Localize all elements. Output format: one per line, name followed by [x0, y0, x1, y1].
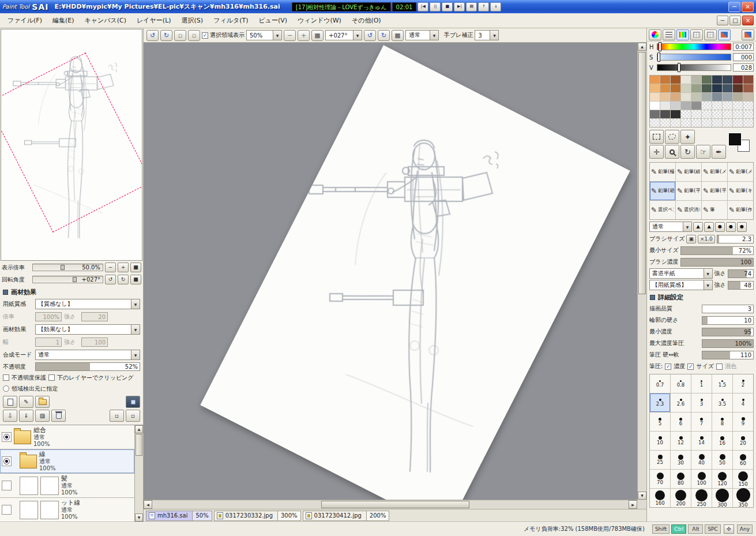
scroll-up-button[interactable]: ▲ [135, 425, 143, 433]
brush-size-300[interactable]: 300 [712, 489, 732, 507]
brush-size-25[interactable]: 25 [650, 451, 670, 469]
swatch-26[interactable] [712, 93, 722, 101]
modifier-alt[interactable]: Alt [688, 524, 703, 534]
swatch-55[interactable] [702, 119, 712, 127]
preserve-opacity-checkbox[interactable] [3, 374, 9, 381]
mdi-minimize-button[interactable]: − [717, 16, 728, 25]
player-playlist-button[interactable]: ▤ [466, 2, 477, 12]
new-layer-button[interactable] [3, 396, 17, 408]
swatch-56[interactable] [712, 119, 722, 127]
magic-wand-tool[interactable]: ✦ [680, 130, 695, 144]
swatch-30[interactable] [650, 102, 660, 110]
brush-blend-select[interactable]: 通常 ▼ [649, 222, 692, 232]
brush-tip-shape-2[interactable]: ● [715, 222, 725, 232]
swatch-8[interactable] [733, 76, 743, 84]
rotate-view-tool[interactable]: ↻ [680, 145, 695, 159]
brush-size-40[interactable]: 40 [691, 451, 712, 469]
pressure-hardness-slider[interactable]: 110 [702, 351, 754, 359]
brush-size-6[interactable]: 6 [671, 413, 691, 431]
menu-item-6[interactable]: ビュー(V) [253, 14, 292, 28]
advanced-settings-header[interactable]: 詳細設定 [647, 291, 756, 303]
navigator-zoom-slider[interactable]: 50.0% [32, 264, 103, 271]
swatch-51[interactable] [660, 119, 670, 127]
swatch-34[interactable] [691, 102, 701, 110]
gear-icon[interactable]: ✣ [724, 524, 734, 534]
swatch-35[interactable] [702, 102, 712, 110]
chevron-down-icon[interactable]: ▼ [131, 299, 140, 309]
custom-palette-tab[interactable] [704, 29, 717, 40]
canvas-viewport[interactable]: ▲ ▼ ◀ ▶ [144, 43, 646, 509]
swatch-24[interactable] [691, 93, 701, 101]
swatch-57[interactable] [723, 119, 732, 127]
swatch-38[interactable] [733, 102, 743, 110]
custom-tool-11[interactable]: ✎鉛筆(作 [728, 201, 753, 219]
player-pause-button[interactable]: || [430, 2, 441, 12]
custom-tool-9[interactable]: ✎選択消し [676, 201, 701, 219]
brush-size-7[interactable]: 7 [691, 413, 712, 431]
custom-tool-7[interactable]: ✎鉛筆(キ [728, 182, 753, 200]
brush-size-20[interactable]: 20 [733, 432, 753, 450]
mdi-restore-button[interactable]: □ [729, 16, 741, 25]
brush-size-mult-button[interactable]: ×1.0 [698, 235, 715, 243]
brush-size-3[interactable]: 3 [691, 393, 712, 412]
redo-button[interactable]: ↻ [160, 30, 172, 41]
value-marker[interactable] [678, 63, 680, 72]
menu-item-5[interactable]: フィルタ(T) [208, 14, 253, 28]
chevron-down-icon[interactable]: ▼ [131, 325, 140, 334]
layer-row-1[interactable]: 線通常100% [0, 449, 134, 474]
chevron-down-icon[interactable]: ▼ [683, 222, 691, 231]
angle-select[interactable]: +027° ▼ [325, 30, 362, 40]
brush-tip-shape-0[interactable]: ▲ [693, 222, 703, 232]
new-folder-button[interactable] [35, 396, 50, 408]
paint-blend-select[interactable]: 通常 ▼ [405, 30, 439, 40]
swatch-20[interactable] [650, 93, 660, 101]
brush-size-120[interactable]: 120 [712, 470, 732, 488]
brush-size-14[interactable]: 14 [691, 432, 712, 450]
nav-rotate-reset-button[interactable]: ■ [130, 275, 141, 284]
hue-marker[interactable] [659, 43, 661, 51]
layer-row-0[interactable]: 総合通常100% [0, 425, 134, 449]
pressure-density-checkbox[interactable]: ✓ [665, 363, 671, 370]
collapse-icon[interactable] [3, 290, 8, 295]
swatch-44[interactable] [691, 110, 701, 118]
custom-tool-6[interactable]: ✎鉛筆(平 [702, 182, 727, 200]
zoom-in-button[interactable]: + [298, 30, 310, 41]
show-selection-checkbox[interactable]: ✓ [202, 32, 208, 39]
layer-aux-button-2[interactable]: ▫ [126, 410, 140, 422]
brush-size-350[interactable]: 350 [733, 489, 753, 507]
scratchpad-tab[interactable] [742, 29, 754, 40]
swatch-29[interactable] [743, 93, 753, 101]
modifier-shift[interactable]: Shift [652, 524, 670, 534]
scroll-down-button[interactable]: ▼ [135, 513, 143, 522]
paper-texture-strength-slider[interactable]: 48 [728, 281, 754, 290]
swatch-58[interactable] [733, 119, 743, 127]
custom-tool-10[interactable]: ✎筆 [702, 201, 727, 219]
swatch-1[interactable] [660, 76, 670, 84]
rotate-reset-button[interactable]: ■ [392, 30, 404, 41]
clipping-checkbox[interactable] [48, 374, 55, 381]
chevron-down-icon[interactable]: ▼ [430, 31, 438, 40]
rotate-cw-button[interactable]: ↻ [378, 30, 390, 41]
swatch-13[interactable] [681, 84, 691, 92]
pressure-size-checkbox[interactable]: ✓ [687, 363, 694, 370]
doc-tab-1[interactable]: 0317230332.jpg300% [214, 511, 301, 521]
mdi-close-button[interactable]: × [742, 16, 754, 25]
brush-size-70[interactable]: 70 [650, 470, 670, 488]
swatch-7[interactable] [723, 76, 732, 84]
swatch-17[interactable] [723, 84, 732, 92]
swatch-3[interactable] [681, 76, 691, 84]
hand-tool[interactable]: ☞ [696, 145, 710, 159]
swatch-27[interactable] [723, 93, 732, 101]
menu-item-2[interactable]: キャンバス(C) [80, 14, 132, 28]
eyedropper-tool[interactable]: ✒ [712, 145, 726, 159]
swatch-37[interactable] [723, 102, 732, 110]
delete-layer-button[interactable] [51, 410, 66, 422]
rect-select-tool[interactable] [649, 130, 664, 144]
material-effect-select[interactable]: 【効果なし】 ▼ [35, 324, 140, 335]
rgb-sliders-tab[interactable] [663, 29, 675, 40]
saturation-marker[interactable] [658, 53, 660, 61]
color-wells[interactable] [727, 132, 751, 153]
menu-item-1[interactable]: 編集(E) [47, 14, 80, 28]
swatch-25[interactable] [702, 93, 712, 101]
swatch-21[interactable] [660, 93, 670, 101]
